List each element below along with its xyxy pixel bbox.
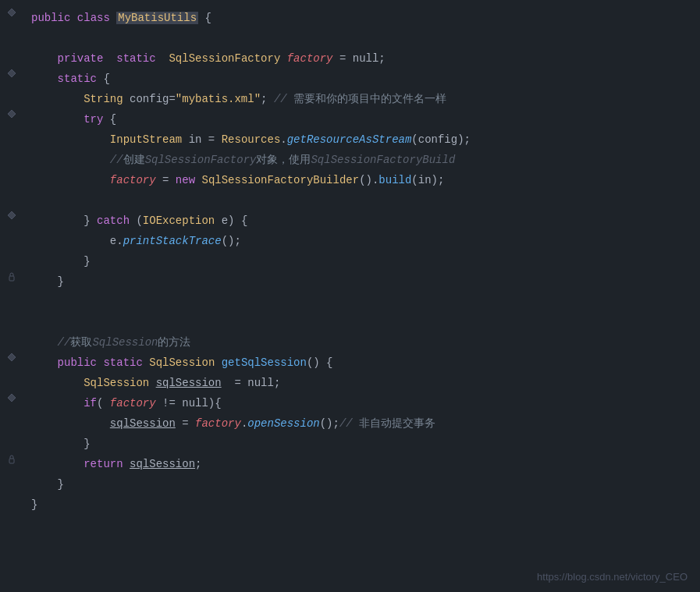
svg-marker-3	[8, 211, 16, 219]
line-1-content: public class MyBatisUtils {	[23, 9, 700, 27]
line-3-content: private static SqlSessionFactory factory…	[23, 49, 700, 68]
code-line-12: e.printStackTrace();	[0, 231, 700, 251]
line-24-content: }	[23, 475, 700, 494]
line-15-content	[23, 292, 700, 311]
code-container: public class MyBatisUtils { private stat…	[0, 0, 700, 592]
code-line-4: static {	[0, 69, 700, 89]
code-line-13: }	[0, 251, 700, 271]
code-line-25: }	[0, 495, 700, 515]
code-line-18: public static SqlSession getSqlSession()…	[0, 353, 700, 373]
svg-rect-7	[9, 459, 14, 463]
line-16-content	[23, 313, 700, 331]
line-18-content: public static SqlSession getSqlSession()…	[23, 353, 700, 372]
line-10-content	[23, 191, 700, 210]
gutter-4	[0, 69, 23, 77]
line-8-content: //创建SqlSessionFactory对象，使用SqlSessionFact…	[23, 151, 700, 169]
line-17-content: //获取SqlSession的方法	[23, 333, 700, 352]
code-line-9: factory = new SqlSessionFactoryBuilder()…	[0, 170, 700, 190]
code-line-14: }	[0, 271, 700, 292]
gutter-20	[0, 394, 23, 402]
code-line-1: public class MyBatisUtils {	[0, 8, 700, 28]
code-line-3: private static SqlSessionFactory factory…	[0, 48, 700, 69]
gutter-14	[0, 272, 23, 282]
code-line-24: }	[0, 474, 700, 495]
code-line-19: SqlSession sqlSession = null;	[0, 373, 700, 393]
line-20-content: if( factory != null){	[23, 394, 700, 413]
svg-marker-1	[8, 69, 16, 77]
gutter-6	[0, 110, 23, 118]
code-line-6: try {	[0, 109, 700, 129]
line-11-content: } catch (IOException e) {	[23, 211, 700, 230]
code-line-23: return sqlSession;	[0, 454, 700, 474]
code-line-20: if( factory != null){	[0, 393, 700, 413]
line-21-content: sqlSession = factory.openSession();// 非自…	[23, 414, 700, 433]
code-line-5: String config="mybatis.xml"; // 需要和你的项目中…	[0, 89, 700, 109]
code-line-7: InputStream in = Resources.getResourceAs…	[0, 129, 700, 150]
code-line-8: //创建SqlSessionFactory对象，使用SqlSessionFact…	[0, 150, 700, 170]
line-4-content: static {	[23, 69, 700, 88]
code-line-21: sqlSession = factory.openSession();// 非自…	[0, 413, 700, 434]
line-2-content	[23, 29, 700, 48]
line-7-content: InputStream in = Resources.getResourceAs…	[23, 130, 700, 149]
line-6-content: try {	[23, 110, 700, 129]
svg-rect-4	[9, 276, 14, 281]
svg-marker-2	[8, 110, 16, 118]
gutter-1	[0, 9, 23, 16]
watermark: https://blog.csdn.net/victory_CEO	[537, 571, 688, 583]
line-19-content: SqlSession sqlSession = null;	[23, 374, 700, 392]
svg-marker-0	[8, 9, 16, 16]
code-line-15	[0, 292, 700, 312]
line-5-content: String config="mybatis.xml"; // 需要和你的项目中…	[23, 90, 700, 108]
gutter-11	[0, 211, 23, 219]
code-line-10	[0, 190, 700, 211]
line-23-content: return sqlSession;	[23, 455, 700, 473]
code-line-16	[0, 312, 700, 332]
line-22-content: }	[23, 434, 700, 453]
code-line-2	[0, 28, 700, 48]
line-13-content: }	[23, 252, 700, 271]
gutter-23	[0, 455, 23, 464]
line-25-content: }	[23, 495, 700, 514]
code-line-11: } catch (IOException e) {	[0, 211, 700, 231]
svg-marker-6	[8, 394, 16, 402]
svg-marker-5	[8, 353, 16, 361]
line-12-content: e.printStackTrace();	[23, 232, 700, 250]
gutter-18	[0, 353, 23, 361]
line-14-content: }	[23, 272, 700, 291]
code-line-22: }	[0, 434, 700, 454]
code-line-17: //获取SqlSession的方法	[0, 332, 700, 353]
line-9-content: factory = new SqlSessionFactoryBuilder()…	[23, 171, 700, 190]
